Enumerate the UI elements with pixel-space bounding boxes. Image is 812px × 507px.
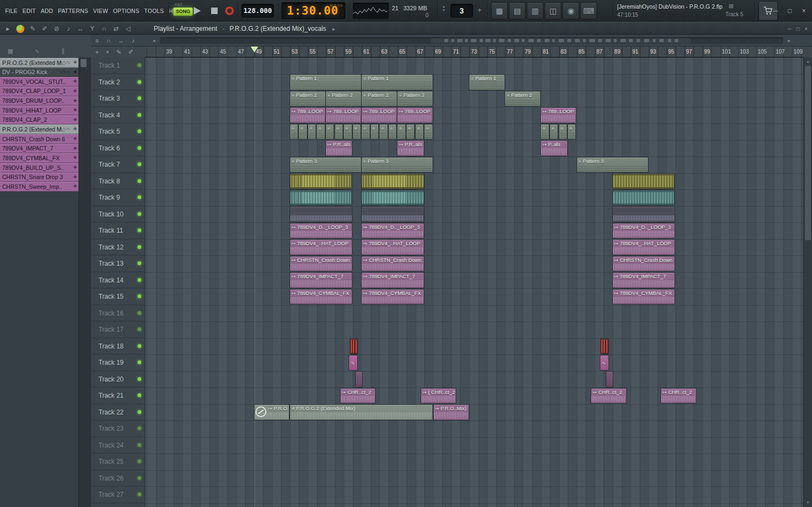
track-header-24[interactable]: Track 24 xyxy=(91,437,145,454)
track-mute-led[interactable] xyxy=(137,80,141,84)
fl-logo[interactable] xyxy=(16,25,24,33)
picker-item[interactable]: 789DV4_CYMBAL_FX✚ xyxy=(0,153,78,163)
track-header-18[interactable]: Track 18 xyxy=(91,338,145,355)
typing-keyboard-icon[interactable]: ⌨ xyxy=(581,3,597,19)
slip-tool-icon[interactable]: ↔ xyxy=(77,25,84,32)
track-mute-led[interactable] xyxy=(137,443,141,447)
track-mute-led[interactable] xyxy=(137,311,141,315)
pattern-spinner[interactable]: ▴ ▾ xyxy=(443,5,445,12)
wave-olive-clip[interactable] xyxy=(362,174,424,189)
playlist-hscrollbar[interactable] xyxy=(160,37,783,44)
picker-item[interactable]: P.R.O.G.2 (Extended M..∿∿∿✚ xyxy=(0,58,78,68)
playhead-marker[interactable] xyxy=(251,47,258,52)
small-pink-clip[interactable]: ∿ xyxy=(600,355,608,371)
picker-item[interactable]: 789DV4_IMPACT_7✚ xyxy=(0,144,78,154)
pattern-mini-clip[interactable]: ≡ xyxy=(550,124,558,140)
picker-item[interactable]: 789DV4_CLAP_LOOP_1✚ xyxy=(0,87,78,96)
timeline-ruler[interactable]: 3941434547495153555759616365676971737577… xyxy=(145,47,803,57)
paint-tool-icon[interactable]: ✐ xyxy=(41,25,48,32)
track-mute-led[interactable] xyxy=(137,459,141,463)
channel-rack-icon[interactable]: ▤ xyxy=(509,3,525,19)
picker-item[interactable]: CHRSTN_Snare Drop 3✚ xyxy=(0,173,78,182)
delete-tool-icon[interactable]: ⊘ xyxy=(53,25,60,32)
chevron-right-icon[interactable]: ▸ xyxy=(332,26,335,32)
picker-controls-icon[interactable]: ∥ xyxy=(62,48,65,55)
maximize-button[interactable]: □ xyxy=(786,7,794,15)
menu-edit[interactable]: EDIT xyxy=(20,8,38,14)
track-header-2[interactable]: Track 2 xyxy=(91,74,145,91)
mode-toggle[interactable]: PAT SONG xyxy=(173,2,195,16)
audio-clip[interactable]: ↦789DV4_D.._LOOP_3 xyxy=(613,223,675,239)
pattern-mini-clip[interactable]: ≡ xyxy=(362,124,369,140)
pattern-mini-clip[interactable]: ≡ xyxy=(389,124,396,140)
audio-clip[interactable]: ↦P.R..als xyxy=(397,141,423,156)
wave-olive-clip[interactable] xyxy=(290,174,352,189)
track-mute-led[interactable] xyxy=(137,146,141,150)
small-purple-clip[interactable] xyxy=(356,372,362,387)
playback-tool-icon[interactable]: ◁ xyxy=(125,25,132,32)
audio-clip[interactable]: ↦P.R.O..Mix) xyxy=(434,405,469,420)
picker-item[interactable]: 789DV4_VOCAL_STUT..✚ xyxy=(0,77,78,87)
playlist-close-icon[interactable]: × xyxy=(804,26,808,32)
track-mute-led[interactable] xyxy=(137,129,141,133)
audio-clip[interactable]: ↦789DV4_..HAT_LOOP xyxy=(613,240,675,255)
track-header-20[interactable]: Track 20 xyxy=(91,371,145,388)
pattern-mini-clip[interactable]: ≡ xyxy=(416,124,423,140)
slide-icon[interactable]: ↔ xyxy=(118,37,124,44)
track-mute-led[interactable] xyxy=(137,261,141,265)
picker-item[interactable]: 789DV4_DRUM_LOOP..✚ xyxy=(0,96,78,106)
picker-item[interactable]: 789DV4_HIHAT_LOOP✚ xyxy=(0,106,78,115)
pattern-mini-clip[interactable]: ≡ xyxy=(317,124,324,140)
menu-tools[interactable]: TOOLS xyxy=(142,8,166,14)
pattern-clip[interactable]: ≡Pattern 3 xyxy=(577,157,648,173)
draw-tool-icon[interactable]: ✎ xyxy=(29,25,36,32)
track-mute-led[interactable] xyxy=(137,63,141,67)
touch-punch-icon[interactable]: ▦ xyxy=(492,3,507,19)
menu-view[interactable]: VIEW xyxy=(91,8,111,14)
audio-clip[interactable]: ↦789..LOOP xyxy=(541,108,576,123)
record-button[interactable] xyxy=(225,6,234,15)
zoom-tool-icon[interactable]: ⇄ xyxy=(113,25,120,32)
playlist-maximize-icon[interactable]: □ xyxy=(796,26,800,32)
track-mute-led[interactable] xyxy=(137,245,141,249)
menu-options[interactable]: OPTIONS xyxy=(110,8,142,14)
small-purple-clip[interactable] xyxy=(606,372,613,387)
track-header-9[interactable]: Track 9 xyxy=(91,189,145,206)
minimize-button[interactable]: ─ xyxy=(772,7,780,15)
track-header-13[interactable]: Track 13 xyxy=(91,255,145,272)
pat-mode-label[interactable]: PAT xyxy=(175,2,195,7)
picker-grid-icon[interactable]: ▦ xyxy=(8,48,13,55)
add-icon[interactable]: + xyxy=(95,49,99,55)
track-header-4[interactable]: Track 4 xyxy=(91,107,145,124)
stripes-red-clip[interactable] xyxy=(350,339,358,354)
wave-teal-clip[interactable] xyxy=(362,190,424,206)
track-mute-led[interactable] xyxy=(137,492,141,496)
track-header-1[interactable]: Track 1 xyxy=(91,57,145,74)
audio-clip[interactable]: ↦789..LOOP xyxy=(326,108,361,123)
track-header-23[interactable]: Track 23 xyxy=(91,420,145,437)
track-mute-led[interactable] xyxy=(137,344,141,348)
audio-sage-clip[interactable]: × P.R.O.G.2 (Extended Mix) xyxy=(290,405,433,420)
wave-teal-clip[interactable] xyxy=(613,190,675,206)
audio-clip[interactable]: ↦789DV4_CYMBAL_FX xyxy=(613,289,675,305)
menu-file[interactable]: FILE xyxy=(3,8,20,14)
audio-clip[interactable]: ↦789DV4_IMPACT_7 xyxy=(613,273,675,288)
song-mode-button[interactable]: SONG xyxy=(173,8,193,16)
audio-clip[interactable]: ↦CHRSTN_Crash Down 6 xyxy=(290,256,352,272)
vscroll-thumb[interactable] xyxy=(805,66,811,240)
audio-clip[interactable]: ↦CHR..ct_2 xyxy=(591,389,626,404)
track-header-16[interactable]: Track 16 xyxy=(91,305,145,322)
pattern-mini-clip[interactable]: ≡ xyxy=(326,124,333,140)
audio-clip[interactable]: ↦( CHR..ct_2 xyxy=(421,389,456,404)
track-header-3[interactable]: Track 3 xyxy=(91,90,145,107)
pattern-clip[interactable]: ≡Pattern 1 xyxy=(290,75,361,90)
pattern-clip[interactable]: ≡Pattern 2 xyxy=(397,91,433,107)
track-mute-led[interactable] xyxy=(137,377,141,381)
pattern-mini-clip[interactable]: ≡ xyxy=(541,124,548,140)
audio-clip[interactable]: ↦CHR..ct_2 xyxy=(340,389,376,404)
mixer-icon[interactable]: ▥ xyxy=(527,3,543,19)
picker-item[interactable]: DV - PROG2 Kick∿∿∿✚ xyxy=(0,68,78,77)
tempo-display[interactable]: 128.000 xyxy=(241,4,274,18)
track-mute-led[interactable] xyxy=(137,162,141,166)
track-header-21[interactable]: Track 21 xyxy=(91,387,145,404)
